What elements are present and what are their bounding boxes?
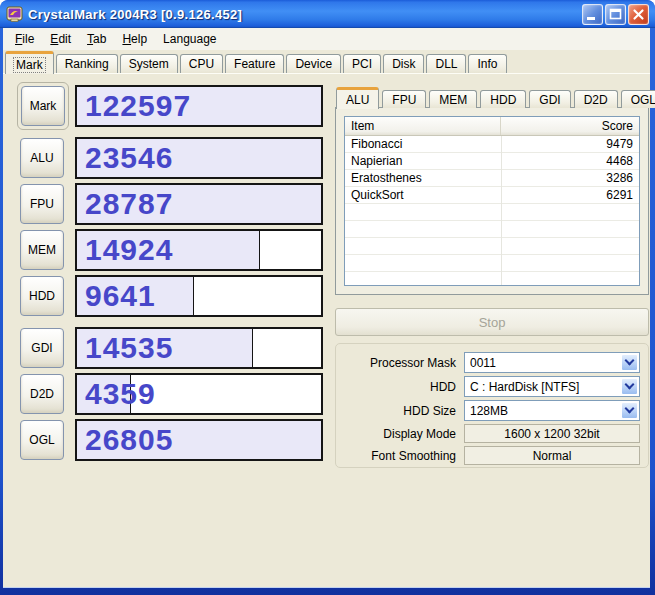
detail-tab-alu[interactable]: ALU [336,87,379,109]
empty-list-row [345,204,639,221]
hdd-row: HDD C : HardDisk [NTFS] [344,376,640,397]
benchmark-panel: Mark 122597 ALU 23546 FPU [17,85,323,465]
hdd-score-value: 9641 [77,277,321,315]
empty-list-row [345,255,639,272]
hdd-label: HDD [344,380,456,394]
mem-score-value: 14924 [77,231,321,269]
menu-file[interactable]: File [7,29,42,49]
app-window: CrystalMark 2004R3 [0.9.126.452] Fil [0,0,655,595]
gdi-button[interactable]: GDI [20,328,64,368]
detail-panel: ALU FPU MEM HDD GDI D2D OGL Item Score F… [335,86,649,468]
empty-list-row [345,221,639,238]
window-title: CrystalMark 2004R3 [0.9.126.452] [28,7,582,22]
hdd-combo[interactable]: C : HardDisk [NTFS] [464,376,640,397]
detail-tab-gdi[interactable]: GDI [529,90,570,108]
dropdown-button[interactable] [621,402,638,419]
mem-score-bar: 14924 [75,229,323,271]
fpu-button[interactable]: FPU [20,184,64,224]
app-icon[interactable] [6,6,23,23]
listview-body: Fibonacci 9479 Napierian 4468 Eratosthen… [345,136,639,285]
detail-tab-fpu[interactable]: FPU [382,90,426,108]
d2d-score-value: 4359 [77,375,321,413]
tab-device[interactable]: Device [286,54,341,73]
detail-tab-d2d[interactable]: D2D [574,90,618,108]
hdd-size-value: 128MB [470,404,508,418]
listview-header: Item Score [345,117,639,136]
tab-dll[interactable]: DLL [426,54,466,73]
close-button[interactable] [628,4,649,25]
menu-help[interactable]: Help [114,29,155,49]
dropdown-button[interactable] [621,378,638,395]
mark-button[interactable]: Mark [21,86,65,126]
detail-tab-hdd[interactable]: HDD [480,90,526,108]
hdd-size-combo[interactable]: 128MB [464,400,640,421]
tab-ranking[interactable]: Ranking [56,54,118,73]
mark-tab-page: Mark 122597 ALU 23546 FPU [3,74,650,588]
menu-bar: File Edit Tab Help Language [3,28,650,50]
tab-info[interactable]: Info [468,54,506,73]
hdd-size-row: HDD Size 128MB [344,400,640,421]
chevron-down-icon [625,380,635,390]
display-mode-value: 1600 x 1200 32bit [464,424,640,443]
detail-tab-mem[interactable]: MEM [429,90,477,108]
main-tab-strip: Mark Ranking System CPU Feature Device P… [3,50,650,74]
menu-edit[interactable]: Edit [42,29,79,49]
d2d-button[interactable]: D2D [20,374,64,414]
benchmark-row-mark: Mark 122597 [17,85,323,127]
mark-score-value: 122597 [77,87,321,125]
benchmark-row-gdi: GDI 14535 [17,327,323,369]
list-item[interactable]: QuickSort 6291 [345,187,639,204]
minimize-icon [584,6,601,23]
hdd-button[interactable]: HDD [20,276,64,316]
benchmark-row-fpu: FPU 28787 [17,183,323,225]
processor-mask-label: Processor Mask [344,356,456,370]
title-bar: CrystalMark 2004R3 [0.9.126.452] [0,0,655,28]
chevron-down-icon [625,356,635,366]
mem-button[interactable]: MEM [20,230,64,270]
column-header-score[interactable]: Score [501,117,639,135]
tab-feature[interactable]: Feature [225,54,284,73]
default-button-frame: Mark [17,82,69,130]
column-header-item[interactable]: Item [345,117,501,135]
tab-cpu[interactable]: CPU [180,54,223,73]
processor-mask-combo[interactable]: 0011 [464,352,640,373]
dropdown-button[interactable] [621,354,638,371]
benchmark-row-hdd: HDD 9641 [17,275,323,317]
alu-button[interactable]: ALU [20,138,64,178]
menu-language[interactable]: Language [155,29,224,49]
maximize-button[interactable] [605,4,626,25]
d2d-score-bar: 4359 [75,373,323,415]
list-item[interactable]: Napierian 4468 [345,153,639,170]
hdd-value: C : HardDisk [NTFS] [470,380,579,394]
gdi-score-value: 14535 [77,329,321,367]
maximize-icon [607,6,624,23]
tab-mark[interactable]: Mark [5,51,54,74]
ogl-button[interactable]: OGL [20,420,64,460]
benchmark-row-mem: MEM 14924 [17,229,323,271]
list-item[interactable]: Eratosthenes 3286 [345,170,639,187]
chevron-down-icon [625,404,635,414]
benchmark-row-alu: ALU 23546 [17,137,323,179]
benchmark-row-d2d: D2D 4359 [17,373,323,415]
detail-tab-strip: ALU FPU MEM HDD GDI D2D OGL [335,86,649,108]
empty-list-row [345,238,639,255]
font-smoothing-value: Normal [464,446,640,465]
minimize-button[interactable] [582,4,603,25]
tab-pci[interactable]: PCI [343,54,381,73]
result-listview: Item Score Fibonacci 9479 Napierian 4468 [344,116,640,286]
menu-tab[interactable]: Tab [79,29,114,49]
tab-system[interactable]: System [120,54,178,73]
hdd-score-bar: 9641 [75,275,323,317]
close-icon [630,6,647,23]
detail-tab-page: Item Score Fibonacci 9479 Napierian 4468 [335,107,649,295]
display-mode-row: Display Mode 1600 x 1200 32bit [344,424,640,443]
detail-tab-ogl[interactable]: OGL [621,90,655,108]
tab-disk[interactable]: Disk [383,54,424,73]
list-item[interactable]: Fibonacci 9479 [345,136,639,153]
display-mode-label: Display Mode [344,427,456,441]
gdi-score-bar: 14535 [75,327,323,369]
settings-group: Processor Mask 0011 HDD C : HardDisk [NT… [335,343,649,468]
stop-button[interactable]: Stop [335,308,649,336]
font-smoothing-row: Font Smoothing Normal [344,446,640,465]
mark-score-bar: 122597 [75,85,323,127]
